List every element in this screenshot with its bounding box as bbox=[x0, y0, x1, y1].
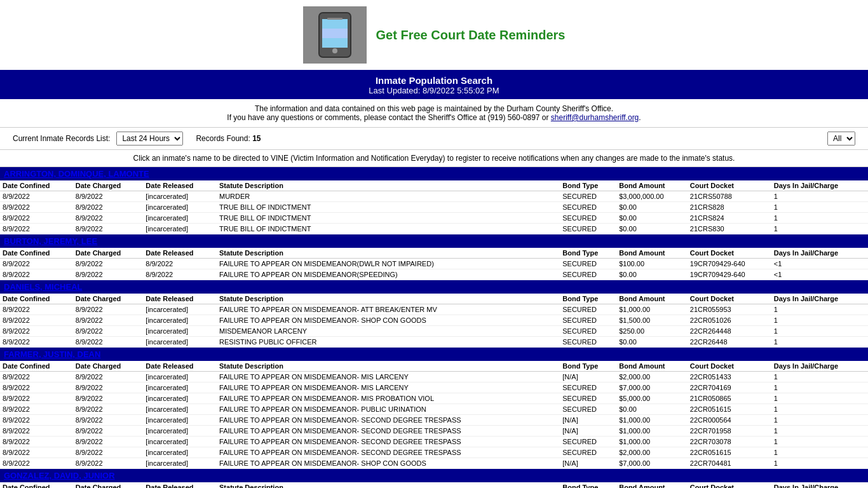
days-in-jail: 1 bbox=[771, 191, 868, 202]
inmate-name-link[interactable]: DANIELS, MICHEAL bbox=[4, 282, 83, 292]
court-docket: 22CR000564 bbox=[688, 415, 771, 426]
col-date-confined: Date Confined bbox=[0, 361, 73, 372]
statute-description: FAILURE TO APPEAR ON MISDEMEANOR- PUBLIC… bbox=[217, 404, 560, 415]
days-in-jail: 1 bbox=[771, 458, 868, 469]
col-bond-amount: Bond Amount bbox=[616, 294, 688, 304]
date-charged: 8/9/2022 bbox=[73, 404, 144, 415]
charge-row: 8/9/2022 8/9/2022 8/9/2022 FAILURE TO AP… bbox=[0, 259, 868, 269]
col-date-confined: Date Confined bbox=[0, 180, 73, 191]
date-charged: 8/9/2022 bbox=[73, 315, 144, 326]
court-docket: 21CRS50788 bbox=[688, 191, 771, 202]
statute-description: FAILURE TO APPEAR ON MISDEMEANOR- MIS LA… bbox=[217, 372, 560, 383]
court-docket: 22CR051615 bbox=[688, 447, 771, 458]
charge-row: 8/9/2022 8/9/2022 [incarcerated] FAILURE… bbox=[0, 393, 868, 404]
col-bond-amount: Bond Amount bbox=[616, 180, 688, 191]
bond-amount: $0.00 bbox=[616, 337, 688, 348]
charge-row: 8/9/2022 8/9/2022 8/9/2022 FAILURE TO AP… bbox=[0, 269, 868, 280]
statute-description: RESISTING PUBLIC OFFICER bbox=[217, 337, 560, 348]
col-statute: Statute Description bbox=[217, 294, 560, 304]
date-charged: 8/9/2022 bbox=[73, 202, 144, 213]
bond-amount: $100.00 bbox=[616, 259, 688, 269]
bond-type: SECURED bbox=[560, 393, 616, 404]
bond-amount: $1,000.00 bbox=[616, 415, 688, 426]
days-in-jail: 1 bbox=[771, 415, 868, 426]
column-header-row: Date Confined Date Charged Date Released… bbox=[0, 294, 868, 304]
date-confined: 8/9/2022 bbox=[0, 337, 73, 348]
date-charged: 8/9/2022 bbox=[73, 213, 144, 224]
statute-description: FAILURE TO APPEAR ON MISDEMEANOR- SECOND… bbox=[217, 426, 560, 437]
col-date-charged: Date Charged bbox=[73, 361, 144, 372]
col-date-confined: Date Confined bbox=[0, 248, 73, 259]
bond-amount: $1,000.00 bbox=[616, 304, 688, 315]
court-docket: 22CR701958 bbox=[688, 426, 771, 437]
date-charged: 8/9/2022 bbox=[73, 304, 144, 315]
bond-type: SECURED bbox=[560, 304, 616, 315]
inmate-name-row[interactable]: DANIELS, MICHEAL bbox=[0, 280, 868, 294]
date-confined: 8/9/2022 bbox=[0, 404, 73, 415]
col-court-docket: Court Docket bbox=[688, 294, 771, 304]
date-charged: 8/9/2022 bbox=[73, 426, 144, 437]
column-header-row: Date Confined Date Charged Date Released… bbox=[0, 361, 868, 372]
date-confined: 8/9/2022 bbox=[0, 426, 73, 437]
date-charged: 8/9/2022 bbox=[73, 224, 144, 234]
col-statute: Statute Description bbox=[217, 248, 560, 259]
inmate-name-link[interactable]: FARMER, JUSTIN, DEAN bbox=[4, 349, 100, 359]
bond-amount: $1,000.00 bbox=[616, 426, 688, 437]
bond-amount: $0.00 bbox=[616, 202, 688, 213]
col-bond-amount: Bond Amount bbox=[616, 482, 688, 488]
inmate-name-link[interactable]: GONZALEZ, DAVID, JUNIOR bbox=[4, 471, 115, 480]
bond-type: SECURED bbox=[560, 337, 616, 348]
inmate-name-row[interactable]: ARRINGTON, DOMINQUE, LAMONTE bbox=[0, 167, 868, 180]
bond-type: SECURED bbox=[560, 447, 616, 458]
charge-row: 8/9/2022 8/9/2022 [incarcerated] FAILURE… bbox=[0, 458, 868, 469]
date-confined: 8/9/2022 bbox=[0, 415, 73, 426]
col-date-released: Date Released bbox=[143, 361, 217, 372]
date-confined: 8/9/2022 bbox=[0, 315, 73, 326]
filter-select[interactable]: All bbox=[827, 132, 855, 146]
col-court-docket: Court Docket bbox=[688, 248, 771, 259]
statute-description: TRUE BILL OF INDICTMENT bbox=[217, 202, 560, 213]
time-range-select[interactable]: Last 24 Hours Last 48 Hours Last 7 Days … bbox=[116, 132, 183, 146]
date-released: [incarcerated] bbox=[143, 337, 217, 348]
date-released: [incarcerated] bbox=[143, 191, 217, 202]
promo-text[interactable]: Get Free Court Date Reminders bbox=[376, 28, 566, 43]
bond-amount: $0.00 bbox=[616, 269, 688, 280]
date-confined: 8/9/2022 bbox=[0, 269, 73, 280]
col-court-docket: Court Docket bbox=[688, 361, 771, 372]
last-updated: Last Updated: 8/9/2022 5:55:02 PM bbox=[3, 86, 865, 95]
days-in-jail: 1 bbox=[771, 304, 868, 315]
date-released: [incarcerated] bbox=[143, 426, 217, 437]
column-header-row: Date Confined Date Charged Date Released… bbox=[0, 248, 868, 259]
col-bond-type: Bond Type bbox=[560, 361, 616, 372]
date-released: [incarcerated] bbox=[143, 458, 217, 469]
records-found-label: Records Found: 15 bbox=[196, 134, 261, 143]
svg-rect-3 bbox=[322, 29, 348, 38]
date-charged: 8/9/2022 bbox=[73, 372, 144, 383]
days-in-jail: 1 bbox=[771, 426, 868, 437]
statute-description: FAILURE TO APPEAR ON MISDEMEANOR- SECOND… bbox=[217, 415, 560, 426]
court-docket: 21CRS830 bbox=[688, 224, 771, 234]
statute-description: FAILURE TO APPEAR ON MISDEMEANOR- SHOP C… bbox=[217, 458, 560, 469]
statute-description: FAILURE TO APPEAR ON MISDEMEANOR(SPEEDIN… bbox=[217, 269, 560, 280]
inmate-name-row[interactable]: GONZALEZ, DAVID, JUNIOR bbox=[0, 469, 868, 483]
bond-type: [N/A] bbox=[560, 458, 616, 469]
date-charged: 8/9/2022 bbox=[73, 326, 144, 337]
email-link[interactable]: sheriff@durhamsheriff.org bbox=[551, 113, 639, 122]
inmate-name-link[interactable]: ARRINGTON, DOMINQUE, LAMONTE bbox=[4, 169, 149, 179]
inmate-name-row[interactable]: FARMER, JUSTIN, DEAN bbox=[0, 348, 868, 362]
inmate-table: ARRINGTON, DOMINQUE, LAMONTE Date Confin… bbox=[0, 167, 868, 488]
charge-row: 8/9/2022 8/9/2022 [incarcerated] FAILURE… bbox=[0, 372, 868, 383]
days-in-jail: 1 bbox=[771, 213, 868, 224]
bond-type: [N/A] bbox=[560, 372, 616, 383]
inmate-name-link[interactable]: BURTON, JEREMY, LEE bbox=[4, 236, 97, 246]
charge-row: 8/9/2022 8/9/2022 [incarcerated] FAILURE… bbox=[0, 304, 868, 315]
controls-bar: Current Inmate Records List: Last 24 Hou… bbox=[0, 128, 868, 150]
statute-description: FAILURE TO APPEAR ON MISDEMEANOR- SECOND… bbox=[217, 437, 560, 447]
col-court-docket: Court Docket bbox=[688, 482, 771, 488]
col-days: Days In Jail/Charge bbox=[771, 482, 868, 488]
click-notice: Click an inmate's name to be directed to… bbox=[0, 150, 868, 167]
bond-type: SECURED bbox=[560, 383, 616, 393]
bond-amount: $1,500.00 bbox=[616, 315, 688, 326]
inmate-name-row[interactable]: BURTON, JEREMY, LEE bbox=[0, 234, 868, 248]
date-charged: 8/9/2022 bbox=[73, 393, 144, 404]
